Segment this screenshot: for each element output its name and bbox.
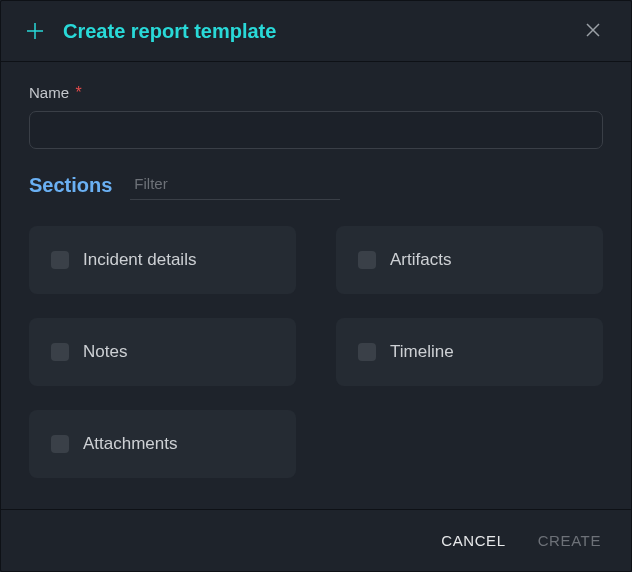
section-label: Incident details: [83, 250, 196, 270]
modal-header: Create report template: [1, 1, 631, 62]
section-card-attachments[interactable]: Attachments: [29, 410, 296, 478]
cancel-button[interactable]: CANCEL: [441, 532, 505, 549]
section-card-incident-details[interactable]: Incident details: [29, 226, 296, 294]
checkbox[interactable]: [51, 251, 69, 269]
section-label: Notes: [83, 342, 127, 362]
create-report-template-modal: Create report template Name * Sections: [0, 0, 632, 572]
filter-field-wrap: [130, 171, 340, 200]
modal-title: Create report template: [63, 20, 276, 43]
section-label: Artifacts: [390, 250, 451, 270]
checkbox[interactable]: [51, 435, 69, 453]
plus-icon: [25, 21, 45, 41]
checkbox[interactable]: [358, 343, 376, 361]
filter-input[interactable]: [134, 175, 336, 192]
name-label-row: Name *: [29, 84, 603, 111]
section-label: Attachments: [83, 434, 178, 454]
section-card-artifacts[interactable]: Artifacts: [336, 226, 603, 294]
name-input[interactable]: [29, 111, 603, 149]
checkbox[interactable]: [51, 343, 69, 361]
section-card-timeline[interactable]: Timeline: [336, 318, 603, 386]
section-card-notes[interactable]: Notes: [29, 318, 296, 386]
header-left: Create report template: [25, 20, 276, 43]
section-label: Timeline: [390, 342, 454, 362]
modal-body: Name * Sections Incident details Artifac…: [1, 62, 631, 509]
create-button[interactable]: CREATE: [538, 532, 601, 549]
close-button[interactable]: [579, 17, 607, 45]
close-icon: [585, 22, 601, 41]
name-field-group: Name *: [29, 84, 603, 149]
sections-grid: Incident details Artifacts Notes Timelin…: [29, 226, 603, 478]
checkbox[interactable]: [358, 251, 376, 269]
modal-footer: CANCEL CREATE: [1, 509, 631, 571]
name-label: Name: [29, 84, 69, 101]
required-indicator: *: [75, 84, 81, 101]
sections-heading: Sections: [29, 174, 112, 197]
sections-header: Sections: [29, 171, 603, 200]
